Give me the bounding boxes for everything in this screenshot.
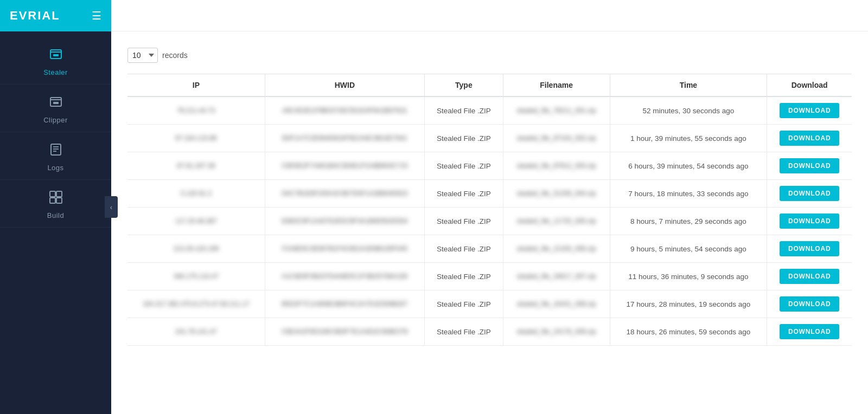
col-header-time: Time (610, 74, 767, 97)
sidebar-item-stealer[interactable]: Stealer (0, 37, 111, 85)
cell-download: DOWNLOAD (767, 318, 852, 346)
records-label: records (162, 51, 188, 60)
table-header-row: IP HWID Type Filename Time Download (127, 74, 852, 97)
sidebar-header: EVRIAL ☰ (0, 0, 111, 31)
cell-type: Stealed File .ZIP (424, 290, 503, 318)
download-button[interactable]: DOWNLOAD (780, 214, 839, 229)
cell-filename: stealed_file_24178_009.zip (503, 318, 610, 346)
main-body: 10 25 50 100 records IP HWID Type Filena… (111, 31, 868, 414)
cell-time: 52 minutes, 30 seconds ago (610, 96, 767, 125)
cell-time: 8 hours, 7 minutes, 29 seconds ago (610, 208, 767, 235)
cell-time: 18 hours, 26 minutes, 59 seconds ago (610, 318, 767, 346)
hamburger-icon[interactable]: ☰ (92, 10, 101, 21)
cell-hwid: B5D2F7C1A908E3B6F4C2A7D1E509B267 (265, 290, 424, 318)
sidebar-item-logs-label: Logs (47, 164, 63, 172)
cell-hwid: F2A8D5C3E907B1F4C6E2A3D9B105F045 (265, 235, 424, 263)
sidebar-item-stealer-label: Stealer (43, 68, 68, 76)
download-button[interactable]: DOWNLOAD (780, 296, 839, 312)
cell-ip: 164.317.382.470.8.273.47.83.211.17 (127, 290, 265, 318)
download-button[interactable]: DOWNLOAD (780, 103, 839, 118)
cell-download: DOWNLOAD (767, 96, 852, 125)
cell-download: DOWNLOAD (767, 290, 852, 318)
cell-download: DOWNLOAD (767, 208, 852, 235)
sidebar-item-clipper[interactable]: Clipper (0, 85, 111, 132)
svg-rect-10 (50, 198, 55, 203)
clipper-icon (48, 94, 63, 113)
cell-time: 11 hours, 36 minutes, 9 seconds ago (610, 263, 767, 290)
sidebar-item-logs[interactable]: Logs (0, 132, 111, 180)
table-row: 346.175.110.47A1C6E9F3B207D4A8E5C1F3B2D7… (127, 263, 852, 290)
cell-time: 7 hours, 18 minutes, 33 seconds ago (610, 180, 767, 208)
cell-download: DOWNLOAD (767, 152, 852, 180)
records-per-page-select[interactable]: 10 25 50 100 (127, 48, 158, 63)
cell-hwid: C8E4A2F9D106C5B3F7E1A4D2C908E378 (265, 318, 424, 346)
cell-filename: stealed_file_78211_001.zip (503, 96, 610, 125)
col-header-download: Download (767, 74, 852, 97)
table-row: 78.211.44.73A8C4D2E1F9B03726C5D1E4F8A2B0… (127, 96, 852, 125)
col-header-filename: Filename (503, 74, 610, 97)
cell-time: 17 hours, 28 minutes, 19 seconds ago (610, 290, 767, 318)
cell-type: Stealed File .ZIP (424, 263, 503, 290)
logs-icon (48, 142, 63, 160)
cell-ip: 87.81.207.38 (127, 152, 265, 180)
cell-time: 1 hour, 39 minutes, 55 seconds ago (610, 125, 767, 152)
table-row: 164.317.382.470.8.273.47.83.211.17B5D2F7… (127, 290, 852, 318)
col-header-ip: IP (127, 74, 265, 97)
cell-filename: stealed_file_21326_006.zip (503, 235, 610, 263)
cell-ip: 241.78.141.47 (127, 318, 265, 346)
table-row: 87.81.207.38C9D5E2F7A801B4C3D6E1F2A8B903… (127, 152, 852, 180)
sidebar-logo: EVRIAL (10, 9, 60, 23)
download-button[interactable]: DOWNLOAD (780, 186, 839, 201)
cell-hwid: A8C4D2E1F9B03726C5D1E4F8A2B07631 (265, 96, 424, 125)
download-button[interactable]: DOWNLOAD (780, 241, 839, 256)
main-top-bar (111, 0, 868, 31)
cell-filename: stealed_file_51209_004.zip (503, 180, 610, 208)
build-icon (48, 190, 63, 208)
download-button[interactable]: DOWNLOAD (780, 158, 839, 173)
main-content: 10 25 50 100 records IP HWID Type Filena… (111, 0, 868, 414)
sidebar-item-build[interactable]: Build (0, 180, 111, 228)
cell-time: 6 hours, 39 minutes, 54 seconds ago (610, 152, 767, 180)
download-button[interactable]: DOWNLOAD (780, 324, 839, 339)
cell-type: Stealed File .ZIP (424, 318, 503, 346)
cell-download: DOWNLOAD (767, 235, 852, 263)
sidebar-collapse-button[interactable]: ‹ (105, 196, 118, 218)
col-header-type: Type (424, 74, 503, 97)
svg-rect-1 (53, 54, 59, 56)
table-row: 117.20.48.387E6B3C9F1A407D2E5C8F3A1B9D50… (127, 208, 852, 235)
cell-time: 9 hours, 5 minutes, 54 seconds ago (610, 235, 767, 263)
table-row: 97.104.115.86B3F1A7C2E904D816F5E2A9C3B10… (127, 125, 852, 152)
cell-type: Stealed File .ZIP (424, 125, 503, 152)
download-button[interactable]: DOWNLOAD (780, 131, 839, 146)
cell-ip: 213.26.120.199 (127, 235, 265, 263)
download-button[interactable]: DOWNLOAD (780, 269, 839, 284)
stealer-icon (48, 47, 63, 65)
cell-ip: 97.104.115.86 (127, 125, 265, 152)
table-row: 213.26.120.199F2A8D5C3E907B1F4C6E2A3D9B1… (127, 235, 852, 263)
data-table: IP HWID Type Filename Time Download 78.2… (127, 74, 852, 346)
table-row: 5.120.91.3D4C7B1E8F205A3C9D7E6F1A2B804D8… (127, 180, 852, 208)
cell-download: DOWNLOAD (767, 180, 852, 208)
svg-rect-9 (56, 191, 62, 197)
cell-filename: stealed_file_87812_003.zip (503, 152, 610, 180)
cell-hwid: C9D5E2F7A801B4C3D6E1F2A8B903C715 (265, 152, 424, 180)
cell-type: Stealed File .ZIP (424, 152, 503, 180)
sidebar-item-build-label: Build (47, 211, 64, 219)
cell-ip: 117.20.48.387 (127, 208, 265, 235)
svg-rect-3 (53, 102, 59, 104)
cell-ip: 78.211.44.73 (127, 96, 265, 125)
records-row: 10 25 50 100 records (127, 48, 852, 63)
cell-filename: stealed_file_11720_005.zip (503, 208, 610, 235)
table-row: 241.78.141.47C8E4A2F9D106C5B3F7E1A4D2C90… (127, 318, 852, 346)
cell-download: DOWNLOAD (767, 125, 852, 152)
cell-type: Stealed File .ZIP (424, 208, 503, 235)
cell-ip: 5.120.91.3 (127, 180, 265, 208)
svg-rect-11 (56, 198, 62, 203)
cell-filename: stealed_file_97104_002.zip (503, 125, 610, 152)
cell-filename: stealed_file_16431_008.zip (503, 290, 610, 318)
cell-type: Stealed File .ZIP (424, 180, 503, 208)
cell-type: Stealed File .ZIP (424, 96, 503, 125)
cell-hwid: D4C7B1E8F205A3C9D7E6F1A2B804D823 (265, 180, 424, 208)
cell-download: DOWNLOAD (767, 263, 852, 290)
cell-filename: stealed_file_34617_007.zip (503, 263, 610, 290)
